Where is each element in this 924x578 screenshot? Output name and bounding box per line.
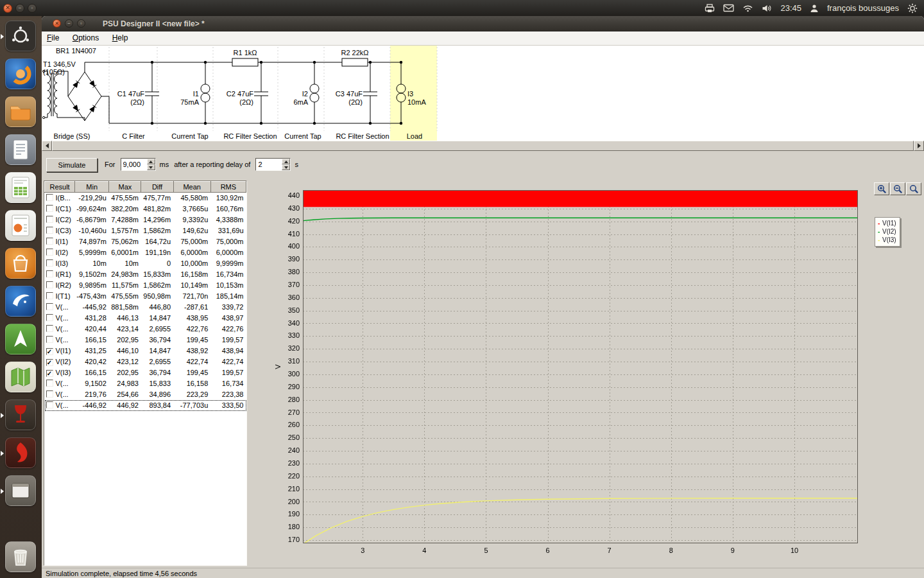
result-checkbox[interactable]: ✓ [46, 370, 53, 377]
table-row[interactable]: V(...9,150224,98315,83316,15816,734 [45, 378, 246, 389]
table-row[interactable]: V(...166,15202,9536,794199,45199,57 [45, 335, 246, 346]
component-resistor-r2[interactable] [342, 58, 368, 66]
table-row[interactable]: V(...431,28446,1314,847438,95438,97 [45, 313, 246, 324]
table-row[interactable]: ✓V(I3)166,15202,9536,794199,45199,57 [45, 367, 246, 378]
panel-close-button[interactable]: ✕ [3, 4, 12, 13]
table-row[interactable]: I(B...-219,29u475,55m475,77m45,580m130,9… [45, 193, 246, 204]
launcher-item-firefox[interactable] [5, 58, 36, 89]
launcher-item-files[interactable] [5, 96, 36, 127]
component-transformer-t1[interactable] [43, 70, 85, 121]
result-checkbox[interactable]: ✓ [46, 348, 53, 355]
window-close-button[interactable]: ✕ [53, 19, 61, 28]
launcher-item-thunderbird[interactable] [5, 286, 36, 317]
result-checkbox[interactable] [46, 238, 53, 245]
scroll-left-button[interactable] [42, 141, 52, 151]
menu-help[interactable]: Help [107, 31, 133, 46]
result-checkbox[interactable] [46, 390, 53, 398]
component-capacitor-c3[interactable] [363, 62, 377, 123]
table-row[interactable]: I(C2)-6,8679m7,4288m14,296m9,3392u4,3388… [45, 215, 246, 225]
table-row[interactable]: V(...219,76254,6634,896223,29223,38 [45, 389, 246, 400]
component-source-i2[interactable] [310, 62, 319, 123]
result-checkbox[interactable] [46, 216, 53, 223]
result-checkbox[interactable] [46, 249, 53, 256]
wifi-icon[interactable] [742, 4, 753, 12]
component-bridge-br1[interactable] [68, 72, 101, 121]
launcher-item-trash[interactable] [5, 541, 36, 572]
launcher-item-maps[interactable] [5, 362, 36, 392]
zoom-in-button[interactable] [874, 182, 889, 195]
table-row[interactable]: V(...-445,92881,58m446,80-287,61339,72 [45, 302, 246, 313]
column-header-result[interactable]: Result [45, 182, 75, 193]
menu-file[interactable]: File [42, 31, 64, 46]
scroll-right-button[interactable] [914, 141, 924, 151]
result-checkbox[interactable] [46, 401, 53, 408]
column-header-mean[interactable]: Mean [173, 182, 210, 193]
result-checkbox[interactable] [46, 259, 53, 267]
panel-maximize-button[interactable]: ▫ [28, 4, 37, 13]
component-resistor-r1[interactable] [232, 58, 258, 66]
duration-up-button[interactable] [147, 159, 155, 164]
result-checkbox[interactable]: ✓ [46, 359, 53, 366]
table-row[interactable]: ✓V(I2)420,42423,122,6955422,74422,74 [45, 356, 246, 367]
simulate-button[interactable]: Simulate [46, 158, 98, 172]
launcher-item-libreoffice-impress[interactable] [5, 210, 36, 241]
gear-icon[interactable] [907, 3, 918, 13]
result-checkbox[interactable] [46, 270, 53, 277]
window-maximize-button[interactable]: ▫ [77, 19, 85, 28]
window-minimize-button[interactable]: − [65, 19, 73, 28]
table-row[interactable]: I(R2)9,9895m11,575m1,5862m10,149m10,153m [45, 280, 246, 291]
column-header-rms[interactable]: RMS [210, 182, 246, 193]
launcher-item-wine[interactable] [5, 399, 36, 430]
scrollbar-thumb[interactable] [52, 141, 914, 151]
column-header-diff[interactable]: Diff [141, 182, 173, 193]
zoom-reset-button[interactable] [906, 182, 921, 195]
component-capacitor-c2[interactable] [254, 62, 268, 123]
result-checkbox[interactable] [46, 325, 53, 332]
result-checkbox[interactable] [46, 336, 53, 343]
launcher-item-wine-app[interactable] [5, 475, 36, 506]
table-row[interactable]: I(C3)-10,460u1,5757m1,5862m149,62u331,69… [45, 225, 246, 236]
titlebar[interactable]: ✕ − ▫ PSU Designer II <new file> * [42, 16, 924, 31]
printer-icon[interactable] [705, 4, 715, 13]
result-checkbox[interactable] [46, 281, 53, 288]
result-checkbox[interactable] [46, 303, 53, 310]
zoom-out-button[interactable] [890, 182, 905, 195]
result-checkbox[interactable] [46, 227, 53, 234]
duration-input[interactable] [121, 159, 147, 170]
table-row[interactable]: V(...-446,92446,92893,84-77,703u333,50 [45, 400, 246, 411]
menu-options[interactable]: Options [67, 31, 104, 46]
volume-icon[interactable] [762, 4, 772, 13]
table-row[interactable]: I(R1)9,1502m24,983m15,833m16,158m16,734m [45, 269, 246, 280]
panel-minimize-button[interactable]: − [15, 4, 24, 13]
table-row[interactable]: ✓V(I1)431,25446,1014,847438,92438,94 [45, 346, 246, 356]
launcher-item-playonlinux[interactable] [5, 437, 36, 468]
delay-input[interactable] [256, 159, 282, 170]
launcher-item-libreoffice-calc[interactable] [5, 172, 36, 203]
column-header-max[interactable]: Max [109, 182, 141, 193]
duration-down-button[interactable] [147, 164, 155, 170]
table-row[interactable]: I(T1)-475,43m475,55m950,98m721,70n185,14… [45, 291, 246, 302]
delay-down-button[interactable] [282, 164, 290, 170]
launcher-item-dash[interactable] [5, 21, 36, 51]
mail-icon[interactable] [723, 4, 734, 12]
table-row[interactable]: V(...420,44423,142,6955422,76422,76 [45, 324, 246, 335]
launcher-item-navigation[interactable] [5, 324, 36, 355]
table-row[interactable]: I(C1)-99,624m382,20m481,82m3,7665u160,76… [45, 204, 246, 215]
plot-canvas[interactable] [250, 179, 924, 568]
table-row[interactable]: I(I2)5,9999m6,0001m191,19n6,0000m6,0000m [45, 247, 246, 258]
delay-up-button[interactable] [282, 159, 290, 164]
table-row[interactable]: I(I1)74,897m75,062m164,72u75,000m75,000m [45, 236, 246, 247]
result-checkbox[interactable] [46, 292, 53, 299]
launcher-item-text-editor[interactable] [5, 134, 36, 165]
result-checkbox[interactable] [46, 194, 53, 201]
table-row[interactable]: I(I3)10m10m010,000m9,9999m [45, 258, 246, 269]
schematic-canvas[interactable]: T1 346,5V (105Ω) BR1 1N4007 C1 47uF (2Ω)… [42, 46, 924, 141]
component-source-i1[interactable] [201, 62, 210, 123]
session-username[interactable]: françois boussuges [827, 3, 899, 13]
column-header-min[interactable]: Min [75, 182, 109, 193]
result-checkbox[interactable] [46, 380, 53, 387]
result-checkbox[interactable] [46, 205, 53, 212]
clock[interactable]: 23:45 [780, 3, 801, 13]
launcher-item-software-center[interactable] [5, 248, 36, 279]
result-checkbox[interactable] [46, 314, 53, 321]
